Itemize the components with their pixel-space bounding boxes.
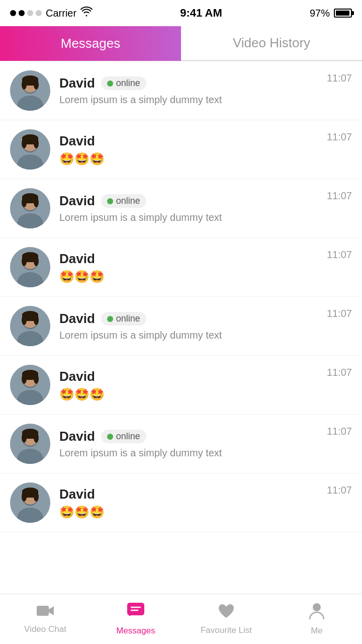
tab-messages[interactable]: Messages: [0, 26, 181, 61]
online-badge: online: [101, 76, 146, 90]
svg-rect-80: [37, 606, 49, 616]
online-badge: online: [101, 430, 146, 443]
video-chat-icon: [36, 604, 54, 621]
avatar: [10, 306, 50, 346]
svg-point-19: [34, 138, 39, 148]
top-tab-bar: Messages Video History: [0, 26, 362, 61]
message-header: David: [59, 369, 318, 384]
message-preview: Lorem ipsum is a simply dummy text: [59, 447, 318, 459]
svg-point-48: [22, 315, 27, 325]
message-time: 11:07: [327, 485, 352, 496]
message-item[interactable]: David 🤩🤩🤩 11:07: [0, 473, 362, 532]
message-item[interactable]: David 🤩🤩🤩 11:07: [0, 356, 362, 415]
message-content: David online Lorem ipsum is a simply dum…: [59, 311, 318, 341]
signal-dot-2: [19, 10, 25, 16]
contact-name: David: [59, 311, 95, 327]
avatar: [10, 188, 50, 228]
online-dot: [107, 316, 113, 322]
nav-item-favourite-list[interactable]: Favourite List: [181, 598, 272, 640]
message-content: David 🤩🤩🤩: [59, 251, 318, 284]
svg-point-9: [34, 79, 39, 90]
svg-point-28: [22, 197, 27, 207]
message-header: David online: [59, 193, 318, 209]
online-label: online: [116, 196, 140, 206]
message-preview: Lorem ipsum is a simply dummy text: [59, 212, 318, 223]
battery-icon: [334, 9, 352, 18]
nav-label-messages: Messages: [116, 626, 155, 636]
me-icon: [309, 602, 324, 623]
status-bar: Carrier 9:41 AM 97%: [0, 0, 362, 26]
message-time: 11:07: [327, 308, 352, 319]
favourite-list-icon: [218, 603, 235, 622]
message-item[interactable]: David 🤩🤩🤩 11:07: [0, 238, 362, 297]
message-content: David online Lorem ipsum is a simply dum…: [59, 429, 318, 459]
contact-name: David: [59, 75, 95, 91]
contact-name: David: [59, 487, 95, 502]
status-time: 9:41 AM: [180, 7, 222, 20]
svg-point-58: [22, 374, 27, 384]
tab-video-history[interactable]: Video History: [181, 26, 362, 61]
message-header: David online: [59, 429, 318, 444]
online-dot: [107, 80, 113, 87]
message-item[interactable]: David online Lorem ipsum is a simply dum…: [0, 297, 362, 356]
signal-dot-1: [10, 10, 16, 16]
online-dot: [107, 434, 113, 440]
svg-point-59: [34, 374, 39, 384]
wifi-icon: [80, 7, 93, 20]
svg-point-18: [22, 138, 27, 148]
online-label: online: [116, 431, 140, 442]
message-content: David 🤩🤩🤩: [59, 487, 318, 519]
online-label: online: [116, 78, 140, 89]
nav-item-messages[interactable]: Messages: [90, 597, 181, 641]
message-time: 11:07: [327, 367, 352, 378]
nav-label-favourite-list: Favourite List: [201, 625, 252, 635]
message-time: 11:07: [327, 72, 352, 84]
svg-point-49: [34, 315, 39, 325]
message-header: David: [59, 487, 318, 502]
message-preview: 🤩🤩🤩: [59, 505, 318, 519]
nav-item-me[interactable]: Me: [272, 597, 362, 641]
message-preview: 🤩🤩🤩: [59, 387, 318, 401]
message-item[interactable]: David online Lorem ipsum is a simply dum…: [0, 415, 362, 473]
message-header: David: [59, 133, 318, 149]
contact-name: David: [59, 193, 95, 209]
nav-item-video-chat[interactable]: Video Chat: [0, 599, 90, 639]
svg-point-78: [22, 492, 27, 502]
avatar: [10, 482, 50, 523]
message-item[interactable]: David online Lorem ipsum is a simply dum…: [0, 61, 362, 120]
status-left: Carrier: [10, 7, 93, 20]
message-header: David online: [59, 311, 318, 327]
message-item[interactable]: David online Lorem ipsum is a simply dum…: [0, 179, 362, 238]
carrier-label: Carrier: [46, 8, 76, 19]
svg-point-39: [34, 256, 39, 266]
svg-point-79: [34, 492, 39, 502]
avatar: [10, 424, 50, 464]
message-header: David: [59, 251, 318, 267]
online-badge: online: [101, 312, 146, 326]
contact-name: David: [59, 133, 95, 149]
signal-dot-4: [36, 10, 42, 16]
svg-point-29: [34, 197, 39, 207]
message-time: 11:07: [327, 131, 352, 143]
messages-icon: [127, 602, 145, 623]
svg-rect-81: [127, 603, 144, 615]
online-label: online: [116, 313, 140, 324]
message-list: David online Lorem ipsum is a simply dum…: [0, 61, 362, 583]
online-badge: online: [101, 194, 146, 208]
message-item[interactable]: David 🤩🤩🤩 11:07: [0, 120, 362, 179]
svg-point-69: [34, 433, 39, 443]
signal-dots: [10, 10, 42, 16]
bottom-nav: Video Chat Messages Favourite List: [0, 594, 362, 644]
message-content: David online Lorem ipsum is a simply dum…: [59, 193, 318, 223]
contact-name: David: [59, 429, 95, 444]
battery-percentage: 97%: [310, 8, 330, 19]
message-content: David online Lorem ipsum is a simply dum…: [59, 75, 318, 106]
signal-dot-3: [27, 10, 33, 16]
message-time: 11:07: [327, 249, 352, 261]
message-preview: 🤩🤩🤩: [59, 270, 318, 284]
svg-point-68: [22, 433, 27, 443]
message-content: David 🤩🤩🤩: [59, 369, 318, 401]
nav-label-me: Me: [311, 626, 323, 636]
message-preview: Lorem ipsum is a simply dummy text: [59, 94, 318, 106]
message-time: 11:07: [327, 190, 352, 202]
